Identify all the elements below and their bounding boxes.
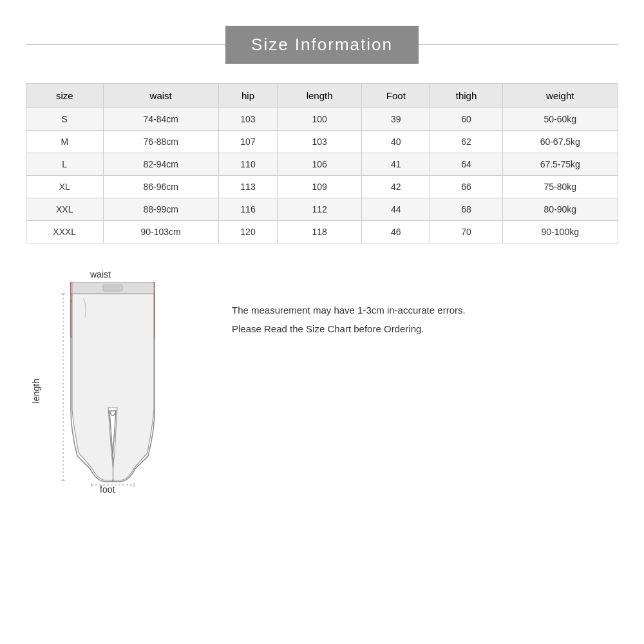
table-header-cell: Foot [362,84,430,108]
table-cell: 88-99cm [103,198,218,221]
table-cell: 76-88cm [103,131,218,153]
table-cell: 42 [362,176,430,198]
bottom-section: waist hip length foot [26,263,618,501]
table-row: S74-84cm103100396050-60kg [26,108,618,131]
table-cell: 40 [362,131,430,153]
table-header-cell: weight [502,84,618,108]
table-header-cell: size [26,84,104,108]
table-cell: 70 [430,221,502,243]
title-line-left [26,44,225,45]
page: Size Information sizewaisthiplengthFoott… [0,0,644,644]
table-cell: 68 [430,198,502,221]
table-cell: 60 [430,108,502,131]
table-cell: 82-94cm [103,153,218,176]
table-cell: 110 [218,153,277,176]
table-cell: 103 [218,108,277,131]
table-row: L82-94cm110106416467.5-75kg [26,153,618,176]
title-section: Size Information [26,26,618,64]
table-header-cell: thigh [430,84,502,108]
table-cell: 41 [362,153,430,176]
pants-diagram: waist hip length foot [26,263,206,501]
table-header-cell: hip [218,84,277,108]
table-cell: 75-80kg [502,176,618,198]
table-cell: XL [26,176,104,198]
size-table: sizewaisthiplengthFootthighweight S74-84… [26,83,618,243]
svg-rect-5 [103,285,122,291]
pants-svg [58,282,167,488]
table-header-cell: length [278,84,362,108]
table-cell: 100 [278,108,362,131]
table-cell: M [26,131,104,153]
table-cell: 107 [218,131,277,153]
label-waist: waist [90,269,111,279]
table-cell: XXL [26,198,104,221]
table-cell: 74-84cm [103,108,218,131]
table-cell: 109 [278,176,362,198]
table-header-row: sizewaisthiplengthFootthighweight [26,84,618,108]
table-cell: 116 [218,198,277,221]
table-header-cell: waist [103,84,218,108]
table-cell: L [26,153,104,176]
table-body: S74-84cm103100396050-60kgM76-88cm1071034… [26,108,618,243]
label-length: length [31,379,41,403]
table-cell: 64 [430,153,502,176]
table-cell: 60-67.5kg [502,131,618,153]
title-line-right [419,44,618,45]
table-cell: 86-96cm [103,176,218,198]
table-row: M76-88cm107103406260-67.5kg [26,131,618,153]
table-cell: 90-100kg [502,221,618,243]
table-row: XL86-96cm113109426675-80kg [26,176,618,198]
table-cell: 113 [218,176,277,198]
table-cell: 67.5-75kg [502,153,618,176]
table-cell: 112 [278,198,362,221]
table-cell: 90-103cm [103,221,218,243]
table-cell: 39 [362,108,430,131]
table-cell: 103 [278,131,362,153]
table-cell: S [26,108,104,131]
table-cell: 120 [218,221,277,243]
table-row: XXL88-99cm116112446880-90kg [26,198,618,221]
table-cell: 80-90kg [502,198,618,221]
table-cell: XXXL [26,221,104,243]
table-cell: 44 [362,198,430,221]
note-text: The measurement may have 1-3cm in-accura… [232,301,618,338]
page-title: Size Information [225,26,419,64]
table-cell: 46 [362,221,430,243]
table-cell: 66 [430,176,502,198]
note-section: The measurement may have 1-3cm in-accura… [232,263,618,338]
table-cell: 50-60kg [502,108,618,131]
table-cell: 62 [430,131,502,153]
table-cell: 106 [278,153,362,176]
table-row: XXXL90-103cm120118467090-100kg [26,221,618,243]
table-header: sizewaisthiplengthFootthighweight [26,84,618,108]
table-cell: 118 [278,221,362,243]
